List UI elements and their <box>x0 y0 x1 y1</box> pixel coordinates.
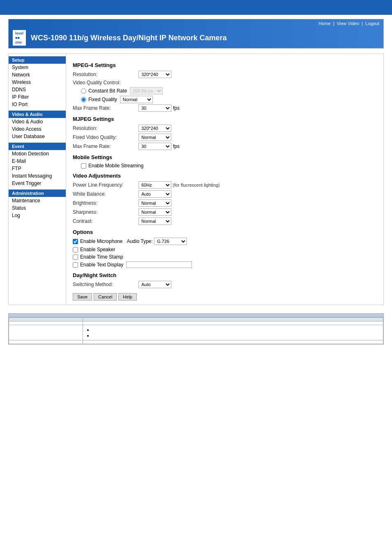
mpeg4-fq-radio[interactable] <box>81 97 86 102</box>
sidebar-item-instant-messaging[interactable]: Instant Messaging <box>9 172 66 180</box>
bottom-col2-header <box>83 318 383 321</box>
enable-speaker-checkbox[interactable] <box>73 247 78 252</box>
sidebar-header-setup: Setup <box>9 56 66 64</box>
bottom-section <box>8 313 384 345</box>
sidebar-item-event-trigger[interactable]: Event Trigger <box>9 180 66 187</box>
sharpness-label: Sharpness: <box>73 209 138 215</box>
table-row <box>9 321 383 325</box>
mpeg4-title: MPEG-4 Settings <box>73 62 377 68</box>
mjpeg-title: MJPEG Settings <box>73 116 377 122</box>
mpeg4-cbr-radio[interactable] <box>81 88 86 94</box>
mpeg4-fq-label: Fixed Quality <box>88 97 117 102</box>
sidebar-item-ftp[interactable]: FTP <box>9 165 66 172</box>
camera-header: Home | View Video | Logout level■■one WC… <box>8 19 384 49</box>
mpeg4-vqc-row: Video Quality Control: <box>73 80 377 86</box>
table-cell <box>83 340 383 344</box>
mjpeg-maxfr-row: Max Frame Rate: 51015202530 fps <box>73 143 377 150</box>
logo: level■■one <box>13 30 26 46</box>
mjpeg-maxfr-select[interactable]: 51015202530 <box>138 143 171 150</box>
sidebar-item-system[interactable]: System <box>9 64 66 71</box>
white-balance-row: White Balance: Auto Indoor Outdoor <box>73 190 377 198</box>
mpeg4-vqc-label: Video Quality Control: <box>73 80 138 86</box>
sidebar-item-io-port[interactable]: IO Port <box>9 101 66 108</box>
mjpeg-resolution-select[interactable]: 160*120 320*240 640*480 <box>138 125 171 132</box>
mpeg4-resolution-select[interactable]: 160*120 320*240 640*480 <box>138 71 171 78</box>
sidebar-header-administration: Administration <box>9 190 66 197</box>
sidebar-item-video-access[interactable]: Video Access <box>9 125 66 133</box>
contrast-label: Contrast: <box>73 218 138 224</box>
sidebar-item-wireless[interactable]: Wireless <box>9 79 66 86</box>
audio-type-label: Audio Type: <box>127 238 152 244</box>
mpeg4-bitrate-select[interactable]: 256 Kb ps <box>130 87 163 95</box>
enable-timestamp-label: Enable Time Stamp <box>80 254 123 260</box>
mobile-enable-row: Enable Mobile Streaming <box>81 163 377 169</box>
enable-timestamp-checkbox[interactable] <box>73 254 78 260</box>
mpeg4-fq-row: Fixed Quality Low Normal High <box>73 96 377 103</box>
contrast-row: Contrast: Low Normal High <box>73 217 377 225</box>
sidebar-item-network[interactable]: Network <box>9 71 66 79</box>
sidebar-item-log[interactable]: Log <box>9 212 66 219</box>
mjpeg-fvq-row: Fixed Video Quality: Low Normal High <box>73 134 377 141</box>
sidebar-item-ip-filter[interactable]: IP Filter <box>9 93 66 101</box>
mjpeg-maxfr-label: Max Frame Rate: <box>73 143 138 149</box>
enable-textdisplay-checkbox[interactable] <box>73 262 78 268</box>
mjpeg-fps-label: fps <box>173 143 180 149</box>
logout-link[interactable]: Logout <box>365 21 379 26</box>
options-title: Options <box>73 229 377 235</box>
enable-microphone-checkbox[interactable] <box>73 239 78 244</box>
enable-microphone-label: Enable Microphone <box>80 238 122 244</box>
home-link[interactable]: Home <box>318 21 330 26</box>
sidebar-header-event: Event <box>9 143 66 150</box>
sidebar-item-video-audio[interactable]: Video & Audio <box>9 118 66 125</box>
sidebar-item-user-database[interactable]: User Database <box>9 133 66 140</box>
cancel-button[interactable]: Cancel <box>94 293 117 301</box>
save-button[interactable]: Save <box>73 293 92 301</box>
sidebar-item-motion-detection[interactable]: Motion Detection <box>9 150 66 157</box>
enable-textdisplay-label: Enable Text Display <box>80 262 123 268</box>
white-balance-select[interactable]: Auto Indoor Outdoor <box>138 190 171 198</box>
header-bottom: level■■one WCS-1090 11b/g Wireless Day/N… <box>9 28 383 48</box>
mpeg4-cbr-row: Constant Bit Rate 256 Kb ps <box>73 87 377 95</box>
view-video-link[interactable]: View Video <box>337 21 360 26</box>
bottom-table <box>9 317 383 344</box>
table-row <box>9 340 383 344</box>
mobile-enable-checkbox[interactable] <box>81 163 86 169</box>
brightness-select[interactable]: Low Normal High <box>138 199 171 207</box>
brightness-row: Brightness: Low Normal High <box>73 199 377 207</box>
daynight-title: Day/Night Switch <box>73 272 377 278</box>
mpeg4-cbr-label: Constant Bit Rate <box>88 88 127 94</box>
enable-speaker-row: Enable Speaker <box>73 247 377 252</box>
mpeg4-maxfr-select[interactable]: 51015202530 <box>138 104 171 112</box>
top-banner <box>0 0 392 15</box>
table-cell <box>83 321 383 325</box>
contrast-select[interactable]: Low Normal High <box>138 217 171 225</box>
power-line-note: (for flucrescent lighting) <box>173 183 219 187</box>
switching-method-select[interactable]: Auto Day Night <box>138 281 171 288</box>
camera-title: WCS-1090 11b/g Wireless Day/Night IP Net… <box>31 34 227 42</box>
mpeg4-fps-label: fps <box>173 105 180 111</box>
audio-type-select[interactable]: G.711 G.726 <box>154 238 187 245</box>
mjpeg-resolution-row: Resolution: 160*120 320*240 640*480 <box>73 125 377 132</box>
power-line-select[interactable]: 50Hz 60Hz <box>138 181 171 189</box>
mobile-enable-label: Enable Mobile Streaming <box>88 163 143 169</box>
mpeg4-maxfr-label: Max Frame Rate: <box>73 105 138 111</box>
content-area: Setup System Network Wireless DDNS IP Fi… <box>8 53 384 305</box>
sidebar-item-maintenance[interactable]: Maintenance <box>9 197 66 204</box>
button-row: Save Cancel Help <box>73 293 377 301</box>
help-button[interactable]: Help <box>118 293 137 301</box>
switching-method-label: Switching Method: <box>73 282 138 287</box>
sidebar-header-video-audio: Video & Audio <box>9 111 66 118</box>
mjpeg-fvq-select[interactable]: Low Normal High <box>138 134 171 141</box>
mpeg4-fq-select[interactable]: Low Normal High <box>120 96 153 103</box>
list-item <box>93 327 380 333</box>
sidebar-item-email[interactable]: E-Mail <box>9 157 66 165</box>
sharpness-select[interactable]: Low Normal High <box>138 208 171 216</box>
table-row <box>9 325 383 340</box>
sidebar-item-ddns[interactable]: DDNS <box>9 86 66 93</box>
switching-method-row: Switching Method: Auto Day Night <box>73 281 377 288</box>
enable-textdisplay-row: Enable Text Display <box>73 261 377 268</box>
table-cell <box>9 340 83 344</box>
sidebar-item-status[interactable]: Status <box>9 204 66 212</box>
mpeg4-maxfr-row: Max Frame Rate: 51015202530 fps <box>73 104 377 112</box>
text-display-input[interactable] <box>126 261 192 268</box>
